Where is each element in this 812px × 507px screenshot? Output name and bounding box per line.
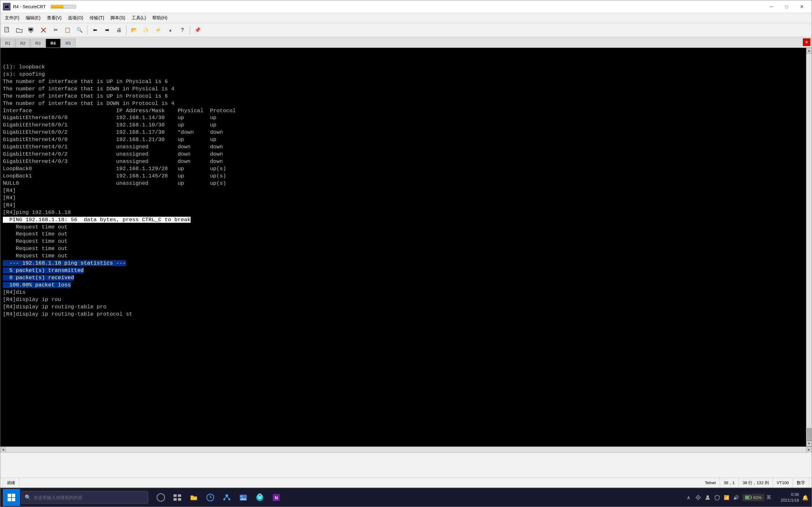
svg-rect-43: [751, 497, 752, 498]
toolbar-map2[interactable]: ▲: [165, 24, 176, 36]
menu-script[interactable]: 脚本(S): [107, 14, 129, 22]
terminal-mode: VT100: [777, 481, 789, 485]
app-icon: [3, 3, 10, 10]
scroll-up-arrow[interactable]: ▲: [806, 48, 812, 54]
taskbar-photos-icon[interactable]: [236, 490, 251, 505]
toolbar-new[interactable]: [2, 24, 13, 36]
notification-button[interactable]: 🔔: [802, 494, 809, 501]
tab-close-button[interactable]: ✕: [803, 38, 810, 46]
toolbar-btn5[interactable]: ⬅: [89, 24, 101, 36]
menu-transfer[interactable]: 传输(T): [86, 14, 107, 22]
toolbar-session[interactable]: ✨: [141, 24, 152, 36]
terminal-line: Request time out: [3, 238, 803, 245]
toolbar-map[interactable]: ⚡: [153, 24, 164, 36]
terminal-line: Request time out: [3, 224, 803, 231]
menu-help[interactable]: 帮助(H): [149, 14, 170, 22]
toolbar-print[interactable]: 🖨: [113, 24, 125, 36]
start-button[interactable]: [3, 489, 20, 506]
maximize-button[interactable]: □: [779, 2, 794, 12]
tray-user[interactable]: [704, 494, 711, 501]
svg-rect-2: [5, 6, 7, 6]
taskbar-right: ∧: [685, 492, 809, 503]
progress-fill: [51, 5, 63, 8]
terminal-line: [R4]: [3, 194, 803, 202]
toolbar-copy[interactable]: 📋: [62, 24, 73, 36]
terminal-line: The number of interface that is DOWN in …: [3, 100, 803, 107]
menu-view[interactable]: 查看(V): [44, 14, 65, 22]
toolbar-clipboard[interactable]: 📌: [192, 24, 203, 36]
terminal-line: LoopBack1 192.168.1.145/28 up up(s): [3, 173, 803, 180]
status-ready: 就绪: [3, 478, 19, 488]
tab-r1[interactable]: R1: [0, 39, 15, 48]
tab-r3[interactable]: R3: [31, 39, 45, 48]
scroll-thumb[interactable]: [807, 428, 811, 441]
taskbar-search-icon[interactable]: [153, 490, 168, 505]
tray-security[interactable]: [713, 494, 721, 501]
taskbar-onenote-icon[interactable]: N: [269, 490, 284, 505]
battery-indicator[interactable]: 62%: [743, 494, 764, 501]
tray-chevron[interactable]: ∧: [685, 494, 693, 501]
terminal-line: Request time out: [3, 245, 803, 252]
toolbar-cut[interactable]: ✂: [50, 24, 61, 36]
toolbar-find[interactable]: 🔍: [74, 24, 85, 36]
tray-wifi[interactable]: 📶: [723, 494, 730, 501]
close-button[interactable]: ✕: [795, 2, 809, 12]
toolbar-help[interactable]: ?: [177, 24, 188, 36]
tray-network[interactable]: [694, 494, 702, 501]
taskbar-clock-icon[interactable]: [203, 490, 218, 505]
terminal-line: [R4]: [3, 187, 803, 194]
system-clock[interactable]: 0:36 2021/1/18: [774, 492, 799, 503]
menu-edit[interactable]: 编辑(E): [22, 14, 44, 22]
terminal-line: [R4]display ip rou: [3, 296, 803, 303]
status-mode: VT100: [773, 478, 793, 488]
terminal-line: 100.00% packet loss: [3, 282, 803, 289]
toolbar-disconnect[interactable]: [38, 24, 49, 36]
toolbar-open[interactable]: [14, 24, 25, 36]
progress-bar: [51, 5, 76, 9]
status-info: 38 行，132 列: [739, 478, 773, 488]
svg-text:N: N: [275, 495, 278, 500]
tab-r2[interactable]: R2: [15, 39, 31, 48]
terminal-output[interactable]: (l): loopback(s): spoofingThe number of …: [0, 48, 806, 447]
svg-point-25: [223, 498, 225, 500]
scroll-right-arrow[interactable]: ▶: [806, 447, 812, 452]
svg-rect-14: [8, 498, 11, 501]
svg-point-40: [706, 495, 709, 498]
terminal-line: The number of interface that is UP in Ph…: [3, 78, 803, 86]
minimize-button[interactable]: ─: [764, 2, 779, 12]
scroll-track: [807, 54, 812, 441]
taskbar-network-icon[interactable]: [219, 490, 235, 505]
title-bar-controls: ─ □ ✕: [764, 2, 809, 12]
window-title: R4 - SecureCRT: [13, 4, 46, 9]
taskbar: 🔍: [0, 488, 812, 507]
cursor-row: 38: [724, 481, 728, 485]
taskbar-taskview-icon[interactable]: [170, 490, 185, 505]
terminal-line: The number of interface that is UP in Pr…: [3, 93, 803, 100]
tab-r5[interactable]: R5: [61, 39, 76, 48]
terminal-line: GigabitEthernet4/0/3 unassigned down dow…: [3, 158, 803, 165]
terminal-line: [R4]display ip routing-table protocol st: [3, 311, 803, 318]
terminal-line: 0 packet(s) received: [3, 274, 803, 282]
search-bar: 🔍: [21, 491, 148, 504]
tray-volume[interactable]: 🔊: [732, 494, 740, 501]
vertical-scrollbar[interactable]: ▲ ▼: [806, 48, 812, 447]
toolbar-separator-1: [87, 26, 88, 35]
menu-file[interactable]: 文件(F): [2, 14, 22, 22]
language-indicator[interactable]: 英: [767, 495, 771, 500]
search-input[interactable]: [34, 495, 145, 500]
cursor-col: 1: [732, 481, 734, 485]
menu-tools[interactable]: 工具(L): [129, 14, 149, 22]
taskbar-vpn-icon[interactable]: [252, 490, 267, 505]
toolbar-log[interactable]: 📂: [129, 24, 140, 36]
svg-rect-19: [173, 498, 177, 501]
toolbar-connect[interactable]: [26, 24, 37, 36]
taskbar-explorer-icon[interactable]: [186, 490, 201, 505]
scroll-down-arrow[interactable]: ▼: [806, 441, 812, 447]
menu-options[interactable]: 选项(O): [65, 14, 86, 22]
toolbar-btn6[interactable]: ➡: [101, 24, 113, 36]
terminal-line: [R4]dis: [3, 289, 803, 296]
tab-r4[interactable]: R4: [46, 39, 61, 48]
scroll-left-arrow[interactable]: ◀: [0, 447, 6, 452]
connection-type: Telnet: [705, 481, 716, 485]
system-tray: ∧: [685, 494, 740, 501]
